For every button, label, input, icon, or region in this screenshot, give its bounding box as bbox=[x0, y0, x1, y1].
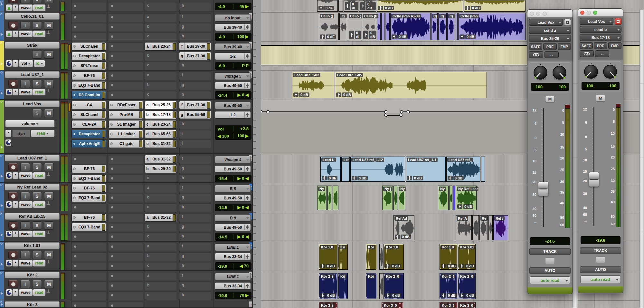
send-slot[interactable]: g bbox=[179, 23, 211, 31]
send-slot[interactable]: a bbox=[145, 243, 177, 251]
insert-slot[interactable] bbox=[71, 302, 106, 308]
audio-clip[interactable]: Kör 3_0 bbox=[382, 302, 403, 308]
audio-clip[interactable]: Cello (Pan R)-390 dB bbox=[390, 13, 431, 40]
insert-plugin-button[interactable]: AphxVntgE bbox=[71, 140, 106, 148]
send-assignment-button[interactable]: cBus 23-24 bbox=[145, 120, 177, 129]
audio-clip[interactable] bbox=[338, 0, 343, 12]
input-monitor-button[interactable]: I bbox=[20, 80, 30, 88]
send-slot[interactable]: c bbox=[145, 2, 177, 10]
audio-clip[interactable]: Lead U87_1-020 dB bbox=[292, 72, 334, 98]
send-assignment-button[interactable]: bBus 17-18 bbox=[145, 111, 177, 119]
send-assignment-button[interactable]: aBus 25-26 bbox=[145, 101, 177, 109]
clip-gain-badge[interactable]: 0 dB bbox=[385, 293, 401, 298]
audio-clip[interactable]: Köi bbox=[366, 244, 376, 270]
io-output-selector[interactable]: Bus 33-34 bbox=[215, 253, 251, 260]
send-slot[interactable]: g bbox=[179, 81, 211, 90]
insert-slot[interactable] bbox=[109, 302, 143, 308]
window-title-bar[interactable] bbox=[578, 9, 623, 16]
audio-clip[interactable]: C( bbox=[447, 13, 455, 40]
send-slot[interactable]: h bbox=[179, 62, 211, 70]
insert-plugin-button[interactable]: C1 gate bbox=[109, 140, 143, 148]
timebase-icon[interactable] bbox=[6, 30, 12, 37]
audio-clip[interactable] bbox=[385, 13, 390, 40]
insert-slot[interactable] bbox=[109, 282, 143, 290]
insert-slot[interactable] bbox=[71, 243, 106, 251]
timebase-icon[interactable] bbox=[6, 89, 12, 96]
track-name[interactable]: Lead Vox bbox=[5, 101, 60, 107]
mute-button[interactable]: M bbox=[44, 21, 54, 30]
send-slot[interactable]: a bbox=[145, 13, 177, 22]
audio-clip[interactable]: C( bbox=[339, 13, 347, 40]
pre-button[interactable]: PRE bbox=[543, 43, 556, 50]
insert-plugin-button[interactable]: RDeEsser bbox=[109, 101, 143, 109]
send-slot[interactable]: a bbox=[145, 272, 177, 280]
insert-slot[interactable] bbox=[109, 203, 143, 212]
solo-button[interactable]: S bbox=[32, 163, 42, 171]
send-slot[interactable]: g bbox=[179, 165, 211, 173]
mute-button[interactable]: M bbox=[44, 192, 54, 200]
bus-selector[interactable]: Bus 17-18 bbox=[580, 34, 621, 41]
track-color-strip[interactable]: ⟳ bbox=[0, 212, 4, 241]
send-slot[interactable]: c bbox=[145, 291, 177, 300]
audio-clip[interactable]: Kö bbox=[338, 244, 348, 270]
send-selector[interactable]: send a bbox=[529, 27, 571, 34]
io-output-selector[interactable]: Bus 49-50 bbox=[215, 82, 251, 89]
mute-button[interactable]: M bbox=[44, 50, 54, 59]
clip-gain-badge[interactable]: 0 dB bbox=[441, 293, 457, 298]
insert-plugin-button[interactable]: Decapitator bbox=[71, 52, 106, 60]
audio-clip[interactable]: Kör 2_00 dB bbox=[384, 273, 404, 299]
send-slot[interactable]: h bbox=[179, 33, 211, 41]
audio-clip[interactable] bbox=[381, 13, 384, 40]
track-name[interactable]: Stråk bbox=[5, 42, 60, 49]
insert-slot[interactable] bbox=[109, 252, 143, 261]
audio-clip[interactable]: Lead U87_1-050 dB bbox=[335, 72, 487, 98]
automation-mode-button[interactable]: read bbox=[33, 260, 46, 267]
track-color-strip[interactable]: ⟳ bbox=[0, 0, 4, 12]
audio-clip[interactable]: Re bbox=[479, 215, 488, 240]
track-name[interactable]: Lead U87_1 bbox=[5, 71, 60, 78]
send-assignment-button[interactable]: aBus 31-32 bbox=[145, 155, 177, 163]
audio-clip[interactable]: Ref / bbox=[493, 215, 508, 240]
track-name[interactable]: Ny Ref Lead.02 bbox=[5, 184, 60, 190]
automation-mode-button[interactable]: read bbox=[33, 4, 46, 11]
clip-gain-badge[interactable]: 0 dE bbox=[320, 34, 336, 39]
automation-mode-button[interactable]: read bbox=[33, 89, 46, 96]
track-view-selector[interactable]: wave bbox=[19, 30, 33, 37]
send-assignment-button[interactable]: gBus 55-56 bbox=[179, 111, 211, 119]
solo-button[interactable]: S bbox=[32, 80, 42, 88]
audio-clip[interactable]: Kör 2_(0 dB bbox=[440, 273, 457, 299]
send-slot[interactable]: b bbox=[145, 23, 177, 31]
volume-pan-display[interactable]: -14.5▶ 0 ◀ bbox=[215, 233, 251, 241]
insert-slot[interactable] bbox=[109, 62, 143, 70]
track-name[interactable]: Ref Ad Lib.15 bbox=[5, 213, 60, 220]
send-assignment-button[interactable]: eBus 31-32 bbox=[145, 140, 177, 148]
send-slot[interactable]: h bbox=[179, 262, 211, 270]
insert-plugin-button[interactable]: EQ3 7-Band bbox=[71, 194, 106, 202]
insert-plugin-button[interactable]: BF-76 bbox=[71, 213, 106, 222]
audio-clip[interactable]: Kör 2_00 dB bbox=[458, 273, 476, 299]
clip-gain-badge[interactable]: 0 dB bbox=[293, 92, 309, 97]
automation-mode-button[interactable]: read bbox=[33, 30, 46, 37]
track-color-strip[interactable]: ⟳ bbox=[0, 271, 4, 300]
track-name[interactable]: Kör 2 bbox=[5, 272, 60, 278]
track-view-selector[interactable]: wave bbox=[19, 89, 33, 96]
send-assignment-button[interactable]: fBus 37-38 bbox=[179, 101, 211, 109]
insert-slot[interactable] bbox=[109, 262, 143, 270]
insert-slot[interactable] bbox=[71, 291, 106, 300]
pan-width-button[interactable]: ↔ bbox=[595, 50, 609, 57]
clip-gain-badge[interactable]: 0 dB bbox=[320, 264, 336, 268]
track-view-selector[interactable]: wave bbox=[19, 289, 33, 296]
safe-button[interactable]: SAFE bbox=[580, 42, 593, 49]
solo-button[interactable]: S bbox=[32, 109, 42, 117]
solo-button[interactable]: S bbox=[545, 257, 555, 264]
send-slot[interactable]: h bbox=[179, 203, 211, 212]
minimize-button[interactable] bbox=[536, 12, 540, 16]
insert-slot[interactable] bbox=[71, 282, 106, 290]
audio-clip[interactable]: 0 dB bbox=[377, 0, 463, 12]
io-output-selector[interactable]: 1-2 bbox=[215, 111, 251, 119]
insert-slot[interactable] bbox=[71, 23, 106, 31]
insert-slot[interactable] bbox=[109, 42, 143, 51]
automation-mode-button[interactable]: read bbox=[33, 172, 46, 179]
io-input-selector[interactable]: LINE 1 bbox=[215, 273, 251, 280]
clip-gain-badge[interactable]: 0 dB bbox=[385, 264, 401, 268]
